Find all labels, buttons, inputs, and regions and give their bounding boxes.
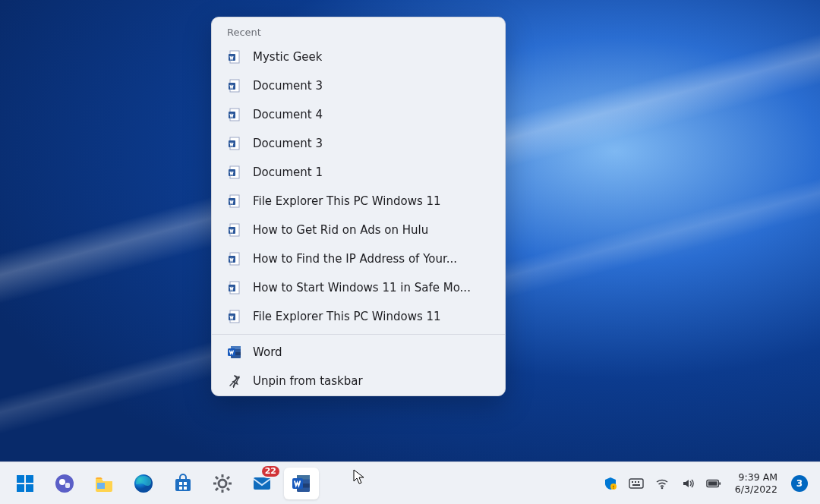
security-icon[interactable]: ! — [603, 476, 618, 491]
volume-icon[interactable] — [680, 476, 695, 491]
unpin-icon — [227, 373, 242, 389]
keyboard-icon[interactable] — [629, 476, 644, 491]
taskbar-apps: 22 — [8, 468, 319, 499]
divider — [212, 334, 505, 335]
word-doc-icon — [227, 194, 242, 209]
svg-rect-28 — [26, 484, 33, 492]
clock-date: 6/3/2022 — [735, 484, 777, 496]
recent-item-label: Document 3 — [253, 79, 323, 93]
notification-badge[interactable]: 3 — [791, 475, 808, 492]
word-doc-icon — [227, 165, 242, 180]
recent-item[interactable]: How to Get Rid on Ads on Hulu — [212, 216, 505, 244]
svg-rect-31 — [65, 483, 70, 488]
taskbar-file-explorer[interactable] — [87, 468, 121, 499]
svg-rect-38 — [184, 487, 187, 490]
wifi-icon[interactable] — [654, 476, 670, 491]
jump-list-section-recent: Recent — [212, 17, 505, 43]
svg-rect-62 — [708, 481, 718, 485]
folder-icon — [93, 473, 115, 494]
recent-item-label: File Explorer This PC Windows 11 — [253, 194, 441, 208]
svg-rect-34 — [175, 479, 191, 491]
taskbar-settings[interactable] — [205, 468, 240, 499]
recent-item-label: How to Get Rid on Ads on Hulu — [253, 223, 428, 237]
svg-rect-26 — [26, 475, 33, 483]
svg-rect-63 — [719, 482, 721, 485]
recent-item-label: Mystic Geek — [253, 50, 322, 64]
teams-icon — [54, 473, 75, 494]
jump-list-unpin[interactable]: Unpin from taskbar — [212, 367, 505, 395]
jump-list: Recent Mystic Geek Document 3 Document 4… — [211, 17, 506, 396]
svg-rect-55 — [629, 479, 643, 488]
word-doc-icon — [227, 78, 242, 93]
svg-rect-56 — [632, 481, 633, 483]
svg-line-45 — [227, 488, 229, 490]
word-app-icon — [291, 473, 312, 494]
taskbar-word[interactable] — [284, 468, 319, 499]
recent-item[interactable]: Document 1 — [212, 158, 505, 187]
gear-icon — [212, 473, 233, 494]
recent-item-label: File Explorer This PC Windows 11 — [253, 310, 441, 323]
word-doc-icon — [227, 251, 242, 266]
system-tray: ! 9:39 AM 6/3/2022 3 — [603, 471, 812, 495]
word-doc-icon — [227, 136, 242, 151]
svg-rect-36 — [184, 482, 187, 485]
word-app-icon — [227, 345, 242, 360]
recent-item[interactable]: Document 3 — [212, 71, 505, 100]
jump-list-app-launch[interactable]: Word — [212, 338, 505, 367]
store-icon — [172, 473, 194, 494]
word-doc-icon — [227, 222, 242, 238]
svg-rect-57 — [635, 481, 636, 483]
word-doc-icon — [227, 280, 242, 295]
svg-point-39 — [219, 480, 226, 487]
word-doc-icon — [227, 107, 242, 122]
svg-rect-58 — [638, 481, 639, 483]
start-button[interactable] — [8, 468, 43, 499]
svg-rect-25 — [17, 475, 24, 483]
battery-icon[interactable] — [706, 476, 721, 491]
taskbar-store[interactable] — [166, 468, 200, 499]
svg-rect-37 — [179, 487, 182, 490]
word-doc-icon — [227, 309, 242, 324]
svg-point-30 — [59, 479, 65, 485]
recent-item-label: How to Find the IP Address of Your... — [253, 252, 457, 266]
svg-rect-35 — [179, 482, 182, 485]
svg-rect-27 — [17, 484, 24, 492]
taskbar-clock[interactable]: 9:39 AM 6/3/2022 — [732, 471, 781, 495]
taskbar: 22 ! 9:39 AM 6/3/ — [0, 461, 820, 504]
svg-line-44 — [216, 477, 218, 479]
recent-item-label: Document 1 — [253, 165, 323, 179]
taskbar-mail[interactable]: 22 — [244, 468, 279, 499]
windows-logo-icon — [14, 473, 36, 494]
recent-item-label: How to Start Windows 11 in Safe Mo... — [253, 281, 471, 295]
mail-badge: 22 — [260, 465, 281, 478]
edge-icon — [133, 473, 154, 494]
svg-rect-48 — [254, 477, 270, 490]
recent-item[interactable]: Mystic Geek — [212, 43, 505, 71]
svg-rect-32 — [97, 483, 105, 489]
word-doc-icon — [227, 49, 242, 65]
svg-rect-59 — [632, 484, 640, 486]
recent-item[interactable]: Document 4 — [212, 100, 505, 129]
jump-list-app-label: Word — [253, 345, 282, 359]
svg-text:!: ! — [613, 484, 614, 489]
clock-time: 9:39 AM — [735, 471, 777, 484]
recent-item[interactable]: How to Start Windows 11 in Safe Mo... — [212, 273, 505, 302]
recent-item-label: Document 3 — [253, 137, 323, 150]
taskbar-edge[interactable] — [126, 468, 161, 499]
svg-line-47 — [227, 477, 229, 479]
recent-item[interactable]: File Explorer This PC Windows 11 — [212, 187, 505, 216]
recent-item[interactable]: Document 3 — [212, 129, 505, 158]
recent-item[interactable]: How to Find the IP Address of Your... — [212, 244, 505, 273]
svg-line-46 — [216, 488, 218, 490]
jump-list-unpin-label: Unpin from taskbar — [253, 374, 363, 388]
recent-item-label: Document 4 — [253, 108, 323, 121]
recent-item[interactable]: File Explorer This PC Windows 11 — [212, 302, 505, 331]
taskbar-teams[interactable] — [47, 468, 82, 499]
svg-point-60 — [661, 487, 664, 489]
